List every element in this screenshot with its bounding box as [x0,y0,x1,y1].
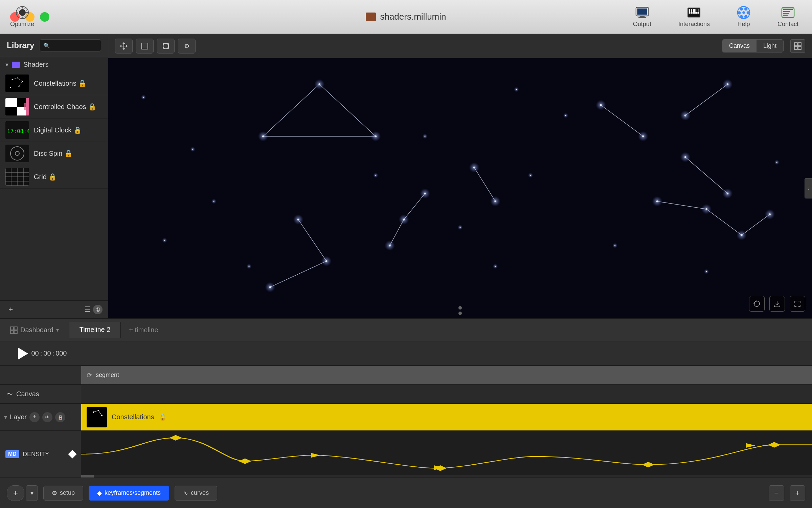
shader-item-constellations[interactable]: Constellations 🔒 [0,72,108,95]
timeline-tracks: ⟳ segment 〜 Canvas ▾ Layer [0,366,812,478]
keyframes-segments-button[interactable]: ◆ keyframes/segments [89,486,169,501]
layer-content[interactable]: Constellations 🔒 [81,404,812,430]
output-button[interactable]: Output [619,0,665,34]
optimize-label: Optimize [10,21,34,28]
svg-text:17:08:43: 17:08:43 [7,128,29,134]
contact-button[interactable]: Contact [764,0,812,34]
shader-item-digital-clock[interactable]: 17:08:43 Digital Clock 🔒 [0,119,108,142]
add-shader-button[interactable]: + [5,304,16,315]
move-tool-button[interactable] [115,39,133,54]
list-view-button[interactable]: ☰ [82,304,93,315]
svg-rect-78 [14,331,17,334]
layer-add-button[interactable]: + [29,412,40,422]
shaders-section[interactable]: ▾ Shaders [0,57,108,300]
svg-rect-66 [794,43,797,46]
timeline2-label: Timeline 2 [80,326,111,333]
interactions-button[interactable]: Interactions [665,0,723,34]
svg-point-37 [10,87,11,88]
curves-button[interactable]: ∿ curves [175,486,217,501]
dashboard-tab[interactable]: Dashboard ▾ [0,322,69,338]
svg-rect-50 [5,145,29,162]
help-label: Help [737,21,750,28]
svg-rect-86 [81,475,812,478]
dropdown-icon: ▾ [56,327,59,333]
svg-rect-18 [697,9,699,12]
preview-toolbar: ⚙ Canvas Light [108,34,812,58]
layer-lock-icon: 🔒 [159,414,166,421]
density-curve-area[interactable] [81,431,812,478]
right-panel-toggle[interactable]: ‹ [805,178,812,198]
svg-point-20 [740,7,743,11]
density-diamond-icon[interactable] [68,450,76,458]
canvas-label: Canvas [16,390,39,398]
left-toolbar-icons: Optimize [0,0,44,34]
shaders-folder-header[interactable]: ▾ Shaders [0,57,108,72]
settings-tool-button[interactable]: ⚙ [178,39,196,54]
segment-content[interactable]: ⟳ segment [81,366,812,384]
diamond-icon: ◆ [97,489,102,497]
download-button[interactable] [769,296,785,312]
play-button[interactable] [15,345,31,362]
scroll-dot-1 [458,306,462,310]
density-badge: MD [5,450,19,458]
layer-chevron-icon: ▾ [4,414,7,421]
layer-track: ▾ Layer + 👁 🔒 [0,404,812,431]
svg-rect-68 [794,46,797,49]
layer-visibility-button[interactable]: 👁 [42,412,52,422]
help-button[interactable]: Help [723,0,764,34]
shader-thumb-constellations [5,75,29,92]
svg-rect-69 [798,46,801,49]
light-toggle-button[interactable]: Light [757,40,783,52]
svg-point-21 [744,7,748,11]
shader-name-disc-spin: Disc Spin 🔒 [34,149,73,157]
setup-button[interactable]: ⚙ setup [43,486,83,501]
shader-item-disc-spin[interactable]: Disc Spin 🔒 [0,142,108,165]
layer-lock-button[interactable]: 🔒 [55,412,65,422]
zoom-in-button[interactable]: + [790,485,805,501]
add-dropdown-button[interactable]: ▾ [26,485,38,501]
layer-thumbnail [87,407,107,427]
sidebar-footer: + ☰ ① [0,300,108,318]
optimize-icon [16,6,29,19]
timeline-header: Dashboard ▾ Timeline 2 + timeline [0,319,812,341]
capture-tool-button[interactable] [157,39,175,54]
library-title: Library [7,41,34,50]
contact-label: Contact [777,21,798,28]
shader-thumb-controlled-chaos [5,98,29,115]
optimize-button[interactable]: Optimize [0,0,44,34]
layer-item-name: Constellations [112,413,154,421]
output-icon [635,6,649,19]
timecode: 00 : 00 : 000 [31,350,67,357]
svg-rect-76 [14,327,17,330]
zoom-out-button[interactable]: − [769,485,784,501]
search-icon: 🔍 [43,42,50,49]
add-track-button[interactable]: + [7,485,24,501]
crosshair-button[interactable] [749,296,765,312]
badge-button[interactable]: ① [93,305,103,314]
svg-rect-6 [638,17,646,18]
shader-thumb-disc-spin [5,145,29,162]
fullscreen-button[interactable] [790,296,805,312]
svg-rect-16 [692,9,693,12]
crop-tool-button[interactable] [136,39,154,54]
scroll-dot-2 [458,312,462,315]
shader-name-grid: Grid 🔒 [34,173,57,181]
shader-name-digital-clock: Digital Clock 🔒 [34,126,82,134]
grid-view-button[interactable] [790,39,805,53]
shader-name-constellations: Constellations 🔒 [34,79,87,87]
shader-item-controlled-chaos[interactable]: Controlled Chaos 🔒 [0,95,108,119]
preview-bottom-dots [458,306,462,315]
search-box[interactable]: 🔍 [40,39,101,51]
file-icon [366,13,376,21]
timeline2-tab[interactable]: Timeline 2 [69,322,121,338]
density-track: MD DENSITY [0,431,812,478]
canvas-label-area[interactable]: 〜 Canvas [0,385,81,403]
timeline-controls: 00 : 00 : 000 00:01 [0,341,812,366]
shader-item-grid[interactable]: Grid 🔒 [0,165,108,189]
canvas-toggle-button[interactable]: Canvas [722,40,757,52]
density-label: DENSITY [23,451,49,458]
toolbar-icons: Output In [619,0,812,34]
density-label-area: MD DENSITY [0,431,81,478]
add-timeline-button[interactable]: + timeline [121,322,166,338]
shader-thumb-grid [5,168,29,186]
